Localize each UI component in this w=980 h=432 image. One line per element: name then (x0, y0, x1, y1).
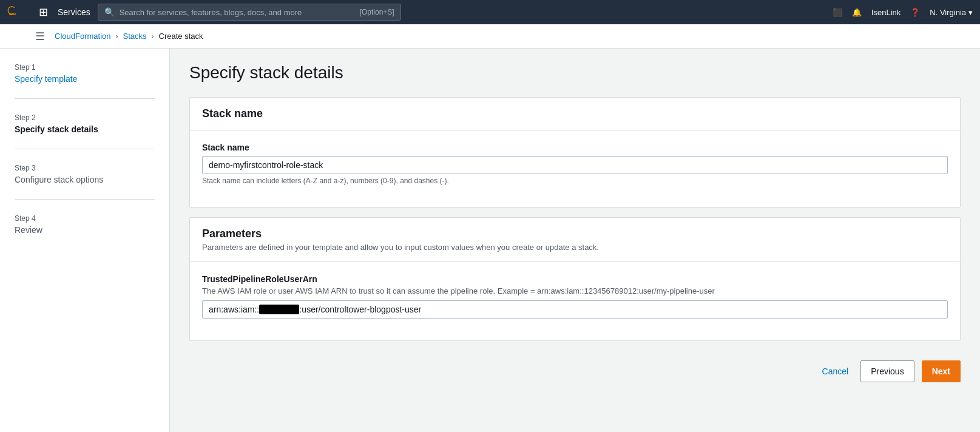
main-content: Specify stack details Stack name Stack n… (170, 49, 980, 432)
breadcrumb: ☰ CloudFormation › Stacks › Create stack (0, 24, 980, 49)
terminal-button[interactable]: ⬛ (833, 8, 842, 17)
stack-name-input[interactable] (202, 156, 948, 174)
trusted-pipeline-param: TrustedPipelineRoleUserArn The AWS IAM r… (202, 274, 948, 319)
sidebar-toggle[interactable]: ☰ (30, 25, 50, 48)
isenlink-menu[interactable]: IsenLink (871, 8, 901, 17)
step-1-item: Step 1 Specify template (15, 63, 155, 99)
cancel-button[interactable]: Cancel (817, 360, 854, 382)
param-input-container[interactable]: arn:aws:iam:: :user/controltower-blogpos… (202, 300, 948, 319)
parameters-card-title: Parameters (202, 228, 948, 240)
parameters-card-body: TrustedPipelineRoleUserArn The AWS IAM r… (190, 262, 960, 340)
breadcrumb-cloudformation[interactable]: CloudFormation (55, 32, 111, 41)
param-name-trusted-pipeline: TrustedPipelineRoleUserArn (202, 274, 948, 284)
param-value-suffix: :user/controltower-blogpost-user (299, 305, 421, 314)
param-description-trusted-pipeline: The AWS IAM role or user AWS IAM ARN to … (202, 286, 948, 295)
search-shortcut: [Option+S] (360, 8, 394, 16)
services-menu[interactable]: Services (58, 7, 90, 17)
stack-name-hint: Stack name can include letters (A-Z and … (202, 177, 948, 185)
stack-name-card-title: Stack name (202, 107, 948, 120)
search-input[interactable] (120, 8, 355, 17)
help-icon: ❓ (910, 8, 920, 17)
global-search[interactable]: 🔍 [Option+S] (98, 4, 401, 21)
step-2-name: Specify stack details (15, 124, 155, 134)
step-2-item: Step 2 Specify stack details (15, 113, 155, 149)
parameters-card: Parameters Parameters are defined in you… (189, 217, 961, 341)
svg-text:aws: aws (9, 12, 16, 16)
previous-button[interactable]: Previous (860, 360, 914, 382)
param-value-prefix: arn:aws:iam:: (209, 305, 259, 314)
region-label: N. Virginia (930, 8, 966, 17)
step-2-label: Step 2 (15, 113, 155, 122)
chevron-down-icon: ▾ (968, 8, 973, 17)
stack-name-card: Stack name Stack name Stack name can inc… (189, 97, 961, 208)
page-title: Specify stack details (189, 63, 961, 83)
breadcrumb-sep-1: › (116, 32, 118, 41)
parameters-card-description: Parameters are defined in your template … (202, 243, 948, 252)
step-3-label: Step 3 (15, 164, 155, 172)
step-4-label: Step 4 (15, 214, 155, 223)
parameters-card-header: Parameters Parameters are defined in you… (190, 218, 960, 262)
step-3-name: Configure stack options (15, 175, 155, 184)
nav-right-actions: ⬛ 🔔 IsenLink ❓ N. Virginia ▾ (833, 8, 973, 17)
step-3-item: Step 3 Configure stack options (15, 164, 155, 200)
breadcrumb-sep-2: › (152, 32, 154, 41)
top-navigation: aws ⊞ Services 🔍 [Option+S] ⬛ 🔔 IsenLink… (0, 0, 980, 24)
step-4-item: Step 4 Review (15, 214, 155, 249)
stack-name-card-body: Stack name Stack name can include letter… (190, 130, 960, 207)
aws-logo[interactable]: aws (7, 5, 29, 19)
param-value-redacted (259, 305, 299, 314)
breadcrumb-create-stack: Create stack (159, 32, 203, 41)
step-1-label: Step 1 (15, 63, 155, 72)
stack-name-label: Stack name (202, 143, 948, 152)
terminal-icon: ⬛ (833, 8, 842, 17)
help-button[interactable]: ❓ (910, 8, 920, 17)
region-selector[interactable]: N. Virginia ▾ (930, 8, 973, 17)
breadcrumb-stacks[interactable]: Stacks (123, 32, 147, 41)
actions-bar: Cancel Previous Next (189, 351, 961, 387)
next-button[interactable]: Next (922, 360, 961, 382)
step-4-name: Review (15, 225, 155, 235)
bell-icon: 🔔 (852, 8, 862, 17)
search-icon: 🔍 (104, 7, 115, 17)
apps-menu-icon[interactable]: ⊞ (36, 3, 50, 21)
notifications-button[interactable]: 🔔 (852, 8, 862, 17)
stack-name-card-header: Stack name (190, 98, 960, 130)
step-1-name[interactable]: Specify template (15, 74, 155, 84)
steps-sidebar: Step 1 Specify template Step 2 Specify s… (0, 49, 170, 432)
stack-name-form-group: Stack name Stack name can include letter… (202, 143, 948, 185)
